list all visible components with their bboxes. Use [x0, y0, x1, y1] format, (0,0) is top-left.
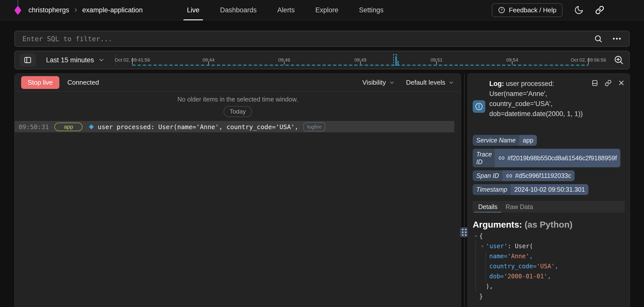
detail-title: Log: user processed: User(name='Anne', c…: [489, 79, 590, 119]
timeline-histogram[interactable]: Oct 02, 09:41:56 09:44 09:46 09:49 09:51…: [132, 51, 588, 69]
sql-filter-input[interactable]: [22, 35, 589, 43]
sql-filter-bar: [14, 31, 630, 47]
detail-header: Log: user processed: User(name='Anne', c…: [473, 79, 625, 131]
more-options-icon[interactable]: [612, 34, 622, 43]
chevron-down-icon: [389, 80, 395, 86]
empty-state: No older items in the selected time wind…: [15, 92, 461, 117]
breadcrumb-org[interactable]: christophergs: [28, 6, 69, 14]
trace-id-badge[interactable]: Trace ID #f2019b98b550cd8a61546c2f918895…: [473, 149, 620, 167]
timeline-activity-dashes: [132, 65, 588, 66]
arguments-code-tree: { 'user': User( name='Anne', country_cod…: [473, 231, 625, 301]
badge-label: Span ID: [473, 170, 502, 181]
code-line: name='Anne',: [473, 251, 625, 261]
user-avatar[interactable]: [616, 2, 632, 18]
feedback-help-label: Feedback / Help: [509, 6, 556, 14]
nav-tabs: Live Dashboards Alerts Explore Settings: [187, 0, 383, 20]
histogram-bar: [397, 61, 399, 66]
log-level-diamond-icon: [89, 124, 94, 129]
logfire-tag[interactable]: logfire: [303, 122, 325, 131]
visibility-dropdown[interactable]: Visibility: [362, 79, 395, 86]
default-levels-dropdown[interactable]: Default levels: [406, 79, 454, 86]
timeline-tick: [360, 61, 361, 65]
dark-mode-moon-icon[interactable]: [574, 5, 584, 15]
question-circle-icon: ?: [498, 6, 505, 14]
code-line: country_code='USA',: [473, 261, 625, 271]
empty-state-message: No older items in the selected time wind…: [15, 96, 461, 103]
link-icon: [498, 155, 505, 161]
panel-divider: [464, 73, 465, 307]
histogram-bar: [395, 56, 397, 66]
code-line: dob='2000-01-01',: [473, 271, 625, 281]
timestamp-value: 2024-10-02 09:50:31.301: [511, 184, 588, 195]
tab-alerts[interactable]: Alerts: [277, 0, 295, 20]
badge-value: app: [519, 135, 537, 146]
today-button[interactable]: Today: [224, 106, 252, 117]
span-id-value: #d5c996f11192033c: [515, 172, 571, 179]
connection-status: Connected: [67, 79, 99, 86]
arguments-heading: Arguments: (as Python): [473, 220, 625, 230]
detail-tabs: Details Raw Data: [473, 201, 625, 213]
tab-settings[interactable]: Settings: [359, 0, 384, 20]
search-icon[interactable]: [594, 34, 602, 43]
tab-explore[interactable]: Explore: [315, 0, 338, 20]
chevron-down-icon: [98, 57, 105, 63]
feedback-help-button[interactable]: ? Feedback / Help: [492, 3, 562, 17]
split-panel-icon[interactable]: [591, 80, 598, 86]
sidebar-toggle-button[interactable]: [19, 53, 36, 67]
close-icon[interactable]: [618, 80, 625, 86]
zoom-in-button[interactable]: [612, 53, 626, 67]
detail-title-prefix: Log:: [489, 80, 504, 87]
visibility-label: Visibility: [362, 79, 386, 86]
copy-link-icon[interactable]: [605, 80, 612, 86]
log-row[interactable]: 09:50:31 app user processed: User(name='…: [15, 121, 454, 133]
service-badge[interactable]: app: [54, 123, 83, 131]
detail-panel: Log: user processed: User(name='Anne', c…: [467, 73, 630, 307]
timestamp-badge: Timestamp 2024-10-02 09:50:31.301: [473, 184, 588, 195]
svg-text:?: ?: [501, 8, 503, 12]
tab-dashboards[interactable]: Dashboards: [220, 0, 257, 20]
collapse-caret-icon[interactable]: [473, 234, 479, 238]
log-timestamp: 09:50:31: [19, 123, 49, 131]
breadcrumb: christophergs example-application: [14, 0, 143, 20]
time-range-dropdown[interactable]: Last 15 minutes: [46, 56, 105, 64]
code-line: 'user': User(: [473, 241, 625, 251]
badge-label: Trace ID: [473, 149, 495, 167]
code-line: {: [473, 231, 625, 241]
timeline-tick: [436, 61, 437, 65]
default-levels-label: Default levels: [406, 79, 445, 86]
top-nav: christophergs example-application Live D…: [0, 0, 644, 20]
indent-guide: [475, 241, 476, 291]
breadcrumb-project[interactable]: example-application: [82, 6, 143, 14]
logfire-app: christophergs example-application Live D…: [0, 0, 644, 307]
logfire-logo-icon[interactable]: [14, 0, 21, 20]
timeline-tick: [512, 61, 512, 65]
link-icon: [506, 173, 512, 179]
indent-guide: [486, 251, 486, 281]
info-level-icon: [473, 100, 485, 113]
live-feed-header: Stop live Connected Visibility Default l…: [15, 74, 461, 92]
service-name-badge: Service Name app: [473, 135, 537, 146]
logo-diamond: [14, 6, 21, 15]
collapse-caret-icon[interactable]: [479, 244, 486, 248]
stop-live-button[interactable]: Stop live: [21, 76, 59, 89]
timeline-tick: [588, 58, 589, 65]
badge-label: Timestamp: [473, 184, 511, 195]
badge-label: Service Name: [473, 135, 519, 146]
timeline-tick: [208, 61, 209, 65]
tab-details[interactable]: Details: [474, 201, 501, 213]
timeline-tick: [132, 58, 133, 65]
timeline-tick: [284, 61, 285, 65]
chevron-right-icon: [73, 8, 78, 13]
tab-live[interactable]: Live: [187, 0, 199, 20]
time-range-bar: Last 15 minutes Oct 02, 09:41:56 09:44 0…: [14, 51, 630, 69]
code-line: ),: [473, 281, 625, 291]
arguments-format-label: (as Python): [525, 220, 573, 229]
share-link-icon[interactable]: [595, 6, 604, 15]
live-feed-panel: Stop live Connected Visibility Default l…: [14, 73, 461, 307]
time-range-label: Last 15 minutes: [46, 56, 94, 64]
timeline-event-spike[interactable]: [393, 54, 399, 66]
span-id-badge[interactable]: Span ID #d5c996f11192033c: [473, 170, 575, 181]
log-message: user processed: User(name='Anne', countr…: [98, 123, 298, 131]
chevron-down-icon: [448, 80, 454, 86]
tab-raw-data[interactable]: Raw Data: [501, 201, 537, 213]
